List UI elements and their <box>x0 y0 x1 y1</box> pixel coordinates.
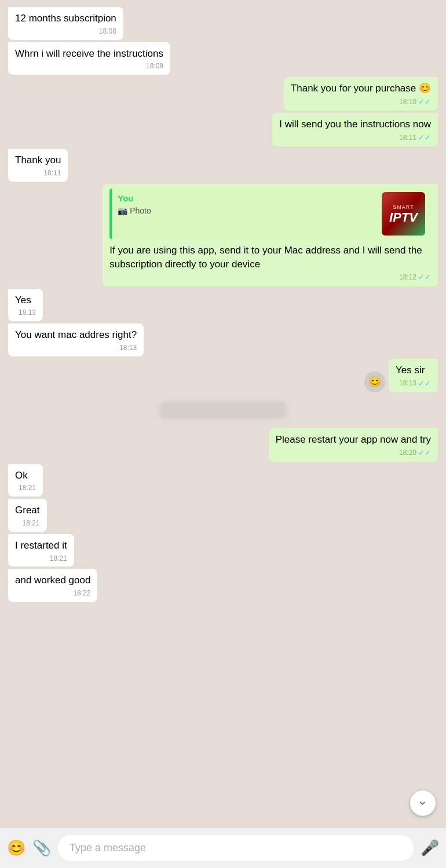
scroll-to-bottom-button[interactable]: › <box>410 790 436 816</box>
message-bubble: 12 months subscritpion18:08 <box>8 7 123 40</box>
message-bubble: Yes sir18:13✓✓ <box>389 359 438 392</box>
message-row: You want mac addres right?18:13 <box>8 323 438 356</box>
message-time: 18:13 <box>19 308 36 318</box>
message-time: 18:21 <box>19 483 36 493</box>
message-text: and worked good <box>15 575 90 586</box>
message-row: You📷 Photo SMART IPTV If you are using t… <box>8 184 438 286</box>
message-text: You want mac addres right? <box>15 329 137 340</box>
message-text: Thank you <box>15 155 61 165</box>
chat-wrapper: 12 months subscritpion18:08Whrn i will r… <box>0 0 446 868</box>
emoji-icon[interactable]: 😊 <box>7 839 25 857</box>
quote-image: SMART IPTV <box>382 192 425 236</box>
message-row: 😊Yes sir18:13✓✓ <box>8 359 438 392</box>
message-bubble: You📷 Photo SMART IPTV If you are using t… <box>103 184 438 286</box>
message-time: 18:13 <box>119 343 137 353</box>
read-tick: ✓✓ <box>418 448 431 458</box>
message-time: 18:08 <box>146 61 163 71</box>
chat-area: 12 months subscritpion18:08Whrn i will r… <box>0 0 446 827</box>
message-row: I will send you the instructions now18:1… <box>8 113 438 146</box>
message-time: 18:12 <box>399 273 416 282</box>
message-text: Great <box>15 505 40 516</box>
message-row: Great18:21 <box>8 499 438 532</box>
avatar: 😊 <box>364 372 385 392</box>
read-tick: ✓✓ <box>418 97 431 107</box>
message-text: Ok <box>15 470 28 481</box>
message-time: 18:21 <box>50 554 67 564</box>
message-row: Please restart your app now and try18:20… <box>8 428 438 462</box>
message-time: 18:11 <box>399 133 416 143</box>
message-input[interactable]: Type a message <box>58 835 414 861</box>
quote-sender: You <box>118 192 151 204</box>
blurred-message <box>159 402 287 419</box>
message-bubble: Whrn i will receive the instructions18:0… <box>8 42 170 75</box>
message-text: Thank you for your purchase 😊 <box>291 83 431 94</box>
message-time: 18:08 <box>99 27 116 36</box>
message-bubble: Ok18:21 <box>8 464 43 497</box>
read-tick: ✓✓ <box>418 378 431 389</box>
input-placeholder: Type a message <box>70 842 146 854</box>
message-bubble: Yes18:13 <box>8 289 43 322</box>
message-time: 18:13 <box>399 378 416 388</box>
input-bar: 😊 📎 Type a message 🎤 <box>0 827 446 868</box>
message-time: 18:20 <box>399 448 416 458</box>
message-bubble: and worked good18:22 <box>8 569 97 602</box>
message-text: 12 months subscritpion <box>15 13 116 24</box>
quote-block: You📷 Photo SMART IPTV <box>109 189 431 239</box>
message-text: I restarted it <box>15 540 67 551</box>
message-row: Thank you for your purchase 😊18:10✓✓ <box>8 77 438 111</box>
message-text: Yes sir <box>396 365 425 376</box>
message-time: 18:10 <box>399 97 416 107</box>
message-time: 18:11 <box>43 168 61 178</box>
message-bubble: I will send you the instructions now18:1… <box>272 113 438 146</box>
message-text: Yes <box>15 295 31 306</box>
mic-icon[interactable]: 🎤 <box>421 839 439 857</box>
message-bubble: Thank you for your purchase 😊18:10✓✓ <box>284 77 438 111</box>
message-time: 18:21 <box>23 518 40 528</box>
message-row: Whrn i will receive the instructions18:0… <box>8 42 438 75</box>
message-row: Ok18:21 <box>8 464 438 497</box>
attachment-icon[interactable]: 📎 <box>32 839 51 857</box>
message-time: 18:22 <box>73 589 90 598</box>
message-bubble: I restarted it18:21 <box>8 534 74 567</box>
message-text: If you are using this app, send it to yo… <box>109 245 422 270</box>
read-tick: ✓✓ <box>418 272 431 282</box>
message-row: 12 months subscritpion18:08 <box>8 7 438 40</box>
message-text: Whrn i will receive the instructions <box>15 48 163 59</box>
chevron-down-icon: › <box>416 801 429 805</box>
message-text: I will send you the instructions now <box>279 119 431 130</box>
quote-preview: 📷 Photo <box>118 205 151 217</box>
message-bubble: You want mac addres right?18:13 <box>8 323 144 356</box>
message-row: I restarted it18:21 <box>8 534 438 567</box>
message-bubble: Thank you18:11 <box>8 149 68 182</box>
message-row: Yes18:13 <box>8 289 438 322</box>
message-row: Thank you18:11 <box>8 149 438 182</box>
read-tick: ✓✓ <box>418 133 431 143</box>
message-row: and worked good18:22 <box>8 569 438 602</box>
message-text: Please restart your app now and try <box>276 434 431 445</box>
message-bubble: Please restart your app now and try18:20… <box>269 428 438 462</box>
message-bubble: Great18:21 <box>8 499 47 532</box>
